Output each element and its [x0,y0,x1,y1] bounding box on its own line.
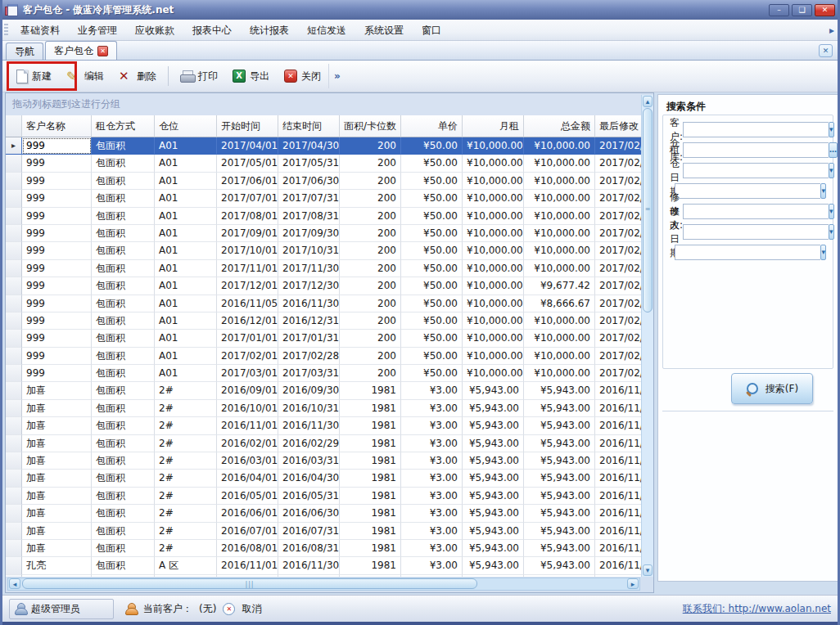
cancel-icon[interactable]: ✕ [223,603,235,615]
table-row[interactable]: 999包面积A012017/11/012017/11/30200¥50.00¥1… [6,260,641,277]
horizontal-scrollbar[interactable]: ◂ ||| ▸ [7,578,640,591]
table-cell: 1981 [340,400,401,417]
table-cell: ¥50.00 [401,348,463,365]
table-cell: ¥50.00 [401,277,463,295]
row-indicator [6,452,22,470]
column-header-8[interactable]: 总金额 [524,115,595,137]
table-row[interactable]: 999包面积A012017/12/012017/12/30200¥50.00¥1… [6,277,641,295]
table-row[interactable]: 孔亮包面积A 区2016/12/012016/12/011981¥3.00¥5,… [6,575,641,577]
table-row[interactable]: 加喜包面积2#2016/05/012016/05/311981¥3.00¥5,9… [6,488,641,505]
table-row[interactable]: 加喜包面积2#2016/04/012016/04/301981¥3.00¥5,9… [6,470,641,487]
table-row[interactable]: 999包面积A012017/06/012017/06/30200¥50.00¥1… [6,173,641,190]
table-cell: ¥5,943.00 [524,382,595,399]
scroll-up-icon[interactable]: ▴ [643,96,653,107]
table-cell: ¥10,000.00 [463,295,524,312]
column-header-3[interactable]: 开始时间 [217,115,278,137]
toolbar-button-1[interactable]: ✎编辑 [59,66,111,87]
table-row[interactable]: ▸999包面积A012017/04/012017/04/30200¥50.00¥… [6,137,641,155]
tab-close-icon[interactable]: ✕ [97,46,108,56]
cancel-label[interactable]: 取消 [242,602,261,616]
table-row[interactable]: 加喜包面积2#2016/02/012016/02/291981¥3.00¥5,9… [6,435,641,452]
table-cell: ¥50.00 [401,242,463,259]
menu-item-6[interactable]: 系统设置 [355,22,413,38]
toolbar-button-0[interactable]: 新建 [9,66,59,87]
table-row[interactable]: 999包面积A012017/07/012017/07/31200¥50.00¥1… [6,190,641,207]
table-cell: ¥10,000.00 [463,225,524,242]
search-button[interactable]: 搜索(F) [731,373,813,404]
contact-link[interactable]: 联系我们: http://www.aolan.net [683,602,831,616]
menu-overflow-icon[interactable]: ▸ [829,25,834,36]
close-button[interactable]: ✕ [815,4,835,16]
search-field-input-6[interactable] [675,245,820,260]
vertical-scrollbar[interactable]: ▴ ≡ ▾ [641,95,653,577]
table-row[interactable]: 999包面积A012017/09/012017/09/30200¥50.00¥1… [6,225,641,242]
table-row[interactable]: 加喜包面积2#2016/03/012016/03/311981¥3.00¥5,9… [6,452,641,470]
toolbar-button-5[interactable]: ✕关闭 [277,66,328,87]
search-field-input-1[interactable] [683,142,829,158]
ellipsis-button[interactable]: … [829,142,838,158]
table-row[interactable]: 加喜包面积2#2016/07/012016/07/311981¥3.00¥5,9… [6,523,641,540]
menu-item-3[interactable]: 报表中心 [183,22,241,38]
table-row[interactable]: 999包面积A012016/11/052016/11/30200¥50.00¥1… [6,295,641,312]
group-by-panel[interactable]: 拖动列标题到这进行分组 [6,93,641,115]
table-cell: 200 [340,295,401,312]
maximize-button[interactable]: ❑ [792,4,812,16]
table-row[interactable]: 999包面积A012016/12/012016/12/31200¥50.00¥1… [6,312,641,330]
menu-item-7[interactable]: 窗口 [413,22,450,38]
toolbar-button-2[interactable]: ✕删除 [111,66,164,87]
vertical-scroll-thumb[interactable]: ≡ [643,108,653,312]
toolbar-overflow-icon[interactable]: » [328,64,345,88]
table-cell: 2# [155,523,217,540]
table-row[interactable]: 999包面积A012017/10/012017/10/31200¥50.00¥1… [6,242,641,259]
dropdown-button[interactable]: ▾ [829,163,834,178]
scroll-down-icon[interactable]: ▾ [643,564,653,576]
dropdown-button[interactable]: ▾ [829,224,834,240]
table-row[interactable]: 999包面积A012017/02/012017/02/28200¥50.00¥1… [6,348,641,365]
tab-0[interactable]: 导航 [6,43,43,60]
table-row[interactable]: 加喜包面积2#2016/09/012016/09/301981¥3.00¥5,9… [6,382,641,399]
column-header-5[interactable]: 面积/卡位数 [340,115,401,137]
table-row[interactable]: 加喜包面积2#2016/08/012016/08/311981¥3.00¥5,9… [6,540,641,557]
column-header-7[interactable]: 月租 [463,115,524,137]
row-indicator [6,470,22,487]
dropdown-button[interactable]: ▾ [820,183,826,199]
table-row[interactable]: 999包面积A012017/03/012017/03/31200¥50.00¥1… [6,365,641,382]
scroll-left-icon[interactable]: ◂ [9,578,20,589]
search-field-input-3[interactable] [675,183,820,199]
column-header-9[interactable]: 最后修改 [595,115,641,137]
tab-1[interactable]: 客户包仓✕ [45,41,117,60]
menu-item-0[interactable]: 基础资料 [11,22,69,38]
search-field-input-0[interactable] [683,122,829,137]
column-header-4[interactable]: 结束时间 [278,115,340,137]
table-cell: 999 [22,137,92,155]
table-row[interactable]: 加喜包面积2#2016/06/012016/06/301981¥3.00¥5,9… [6,505,641,522]
panel-close-icon[interactable]: ✕ [819,44,833,57]
dropdown-button[interactable]: ▾ [820,245,826,260]
search-field-input-4[interactable] [683,204,829,219]
menu-item-5[interactable]: 短信发送 [298,22,355,38]
table-cell: 包面积 [92,435,155,452]
scroll-right-icon[interactable]: ▸ [627,578,639,589]
toolbar-button-3[interactable]: 打印 [173,66,225,87]
column-header-2[interactable]: 仓位 [155,115,217,137]
table-row[interactable]: 999包面积A012017/08/012017/08/31200¥50.00¥1… [6,208,641,225]
horizontal-scroll-thumb[interactable]: ||| [22,578,477,589]
search-field-input-2[interactable] [683,163,829,178]
search-field-input-5[interactable] [683,224,829,240]
table-row[interactable]: 加喜包面积2#2016/11/012016/11/301981¥3.00¥5,9… [6,417,641,434]
table-row[interactable]: 孔亮包面积A 区2016/11/012016/11/301981¥3.00¥5,… [6,557,641,574]
column-header-0[interactable]: 客户名称 [22,115,92,137]
table-row[interactable]: 加喜包面积2#2016/10/012016/10/311981¥3.00¥5,9… [6,400,641,417]
dropdown-button[interactable]: ▾ [829,204,834,219]
menu-item-2[interactable]: 应收账款 [126,22,183,38]
menu-item-1[interactable]: 业务管理 [69,22,126,38]
column-header-1[interactable]: 租仓方式 [92,115,155,137]
dropdown-button[interactable]: ▾ [829,122,834,137]
column-header-6[interactable]: 单价 [401,115,463,137]
minimize-button[interactable]: – [769,4,789,16]
table-row[interactable]: 999包面积A012017/05/012017/05/31200¥50.00¥1… [6,155,641,172]
table-cell: 加喜 [22,400,92,417]
table-row[interactable]: 999包面积A012017/01/012017/01/31200¥50.00¥1… [6,330,641,347]
menu-item-4[interactable]: 统计报表 [241,22,298,38]
toolbar-button-4[interactable]: X导出 [225,66,277,87]
